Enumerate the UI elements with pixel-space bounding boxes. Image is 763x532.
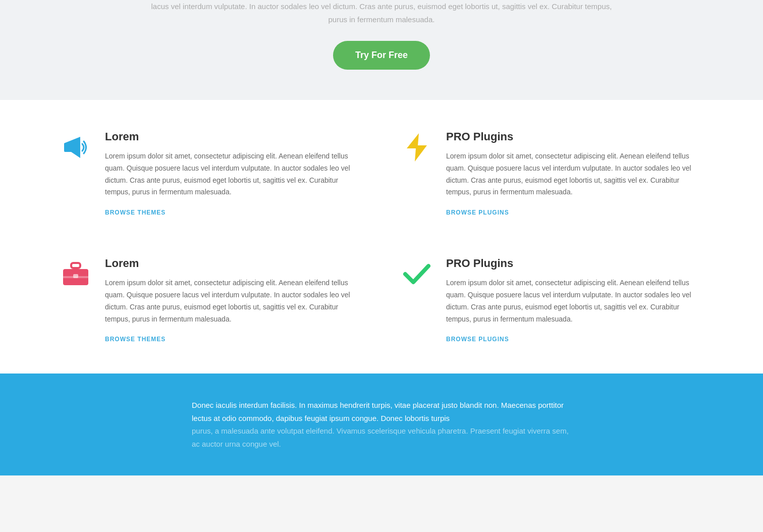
browse-themes-link-1[interactable]: BROWSE THEMES: [105, 209, 166, 216]
footer-section: Donec iaculis interdum facilisis. In max…: [0, 374, 763, 475]
feature-item-lorem-1: Lorem Lorem ipsum dolor sit amet, consec…: [61, 130, 361, 217]
feature-title-pro-plugins-1: PRO Plugins: [446, 130, 702, 143]
footer-text-main: Donec iaculis interdum facilisis. In max…: [192, 399, 571, 424]
feature-content-lorem-1: Lorem Lorem ipsum dolor sit amet, consec…: [105, 130, 361, 217]
feature-item-pro-plugins-2: PRO Plugins Lorem ipsum dolor sit amet, …: [402, 257, 702, 343]
top-paragraph: lacus vel interdum vulputate. In auctor …: [141, 0, 622, 26]
feature-title-pro-plugins-2: PRO Plugins: [446, 257, 702, 270]
svg-rect-6: [73, 274, 78, 278]
top-section: lacus vel interdum vulputate. In auctor …: [0, 0, 763, 100]
feature-desc-lorem-2: Lorem ipsum dolor sit amet, consectetur …: [105, 277, 361, 325]
feature-desc-pro-plugins-2: Lorem ipsum dolor sit amet, consectetur …: [446, 277, 702, 325]
feature-content-pro-plugins-1: PRO Plugins Lorem ipsum dolor sit amet, …: [446, 130, 702, 217]
feature-item-pro-plugins-1: PRO Plugins Lorem ipsum dolor sit amet, …: [402, 130, 702, 217]
svg-rect-1: [64, 143, 71, 152]
browse-plugins-link-1[interactable]: BROWSE PLUGINS: [446, 209, 509, 216]
browse-themes-link-2[interactable]: BROWSE THEMES: [105, 336, 166, 343]
try-for-free-button[interactable]: Try For Free: [333, 41, 430, 70]
browse-plugins-link-2[interactable]: BROWSE PLUGINS: [446, 336, 509, 343]
feature-desc-pro-plugins-1: Lorem ipsum dolor sit amet, consectetur …: [446, 150, 702, 198]
svg-rect-3: [71, 263, 80, 268]
megaphone-icon: [61, 132, 91, 163]
svg-marker-2: [407, 133, 427, 162]
feature-title-lorem-2: Lorem: [105, 257, 361, 270]
checkmark-icon: [402, 259, 432, 289]
footer-text-light: purus, a malesuada ante volutpat eleifen…: [192, 424, 571, 450]
feature-desc-lorem-1: Lorem ipsum dolor sit amet, consectetur …: [105, 150, 361, 198]
feature-title-lorem-1: Lorem: [105, 130, 361, 143]
feature-content-lorem-2: Lorem Lorem ipsum dolor sit amet, consec…: [105, 257, 361, 343]
features-grid: Lorem Lorem ipsum dolor sit amet, consec…: [61, 130, 702, 343]
lightning-icon: [402, 132, 432, 163]
feature-item-lorem-2: Lorem Lorem ipsum dolor sit amet, consec…: [61, 257, 361, 343]
feature-content-pro-plugins-2: PRO Plugins Lorem ipsum dolor sit amet, …: [446, 257, 702, 343]
features-section: Lorem Lorem ipsum dolor sit amet, consec…: [0, 100, 763, 374]
briefcase-icon: [61, 259, 91, 289]
